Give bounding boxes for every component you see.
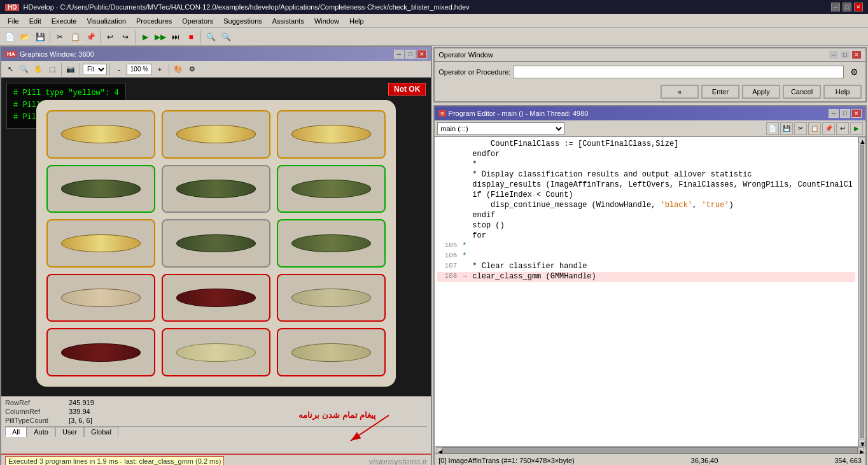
open-button[interactable]: 📂 [18, 30, 32, 44]
code-line-107: 107 * Clear classifier handle [437, 262, 855, 272]
rowref-value: 245.919 [69, 399, 94, 406]
pill-cell-5-2 [162, 328, 270, 376]
ow-maximize-button[interactable]: □ [840, 50, 850, 59]
horizontal-scroll-thumb[interactable] [442, 447, 858, 454]
undo-button[interactable]: ↩ [103, 30, 117, 44]
ow-back-button[interactable]: « [661, 85, 699, 99]
pe-save-button[interactable]: 💾 [780, 122, 793, 135]
pe-run-button[interactable]: ▶ [850, 122, 863, 135]
menu-visualization[interactable]: Visualization [81, 16, 131, 26]
status-panel: RowRef 245.919 ColumnRef 339.94 PillType… [1, 396, 431, 454]
ow-title-controls: ─ □ ✕ [829, 50, 862, 59]
ow-search-input[interactable] [513, 66, 844, 78]
code-text-9: stop () [472, 221, 504, 231]
redo-button[interactable]: ↪ [118, 30, 132, 44]
line-num-2 [440, 150, 462, 160]
tab-all[interactable]: All [5, 427, 27, 437]
pe-content: CountFinalClass := [CountFinalClass,Size… [435, 137, 865, 446]
gw-minimize-button[interactable]: ─ [394, 50, 404, 59]
scroll-up-button[interactable]: ▲ [858, 137, 865, 143]
line-num-10 [440, 231, 462, 241]
ow-enter-button[interactable]: Enter [701, 85, 739, 99]
ow-close-button[interactable]: ✕ [851, 50, 862, 59]
maximize-button[interactable]: □ [843, 3, 851, 11]
tab-auto[interactable]: Auto [27, 427, 55, 437]
run-all-button[interactable]: ▶▶ [153, 30, 167, 44]
menu-execute[interactable]: Execute [46, 16, 82, 26]
line-arrow-8 [462, 211, 472, 221]
line-num-9 [440, 221, 462, 231]
code-line-9: stop () [437, 221, 855, 231]
menu-edit[interactable]: Edit [24, 16, 46, 26]
pe-maximize-button[interactable]: □ [840, 109, 850, 118]
run-button[interactable]: ▶ [138, 30, 152, 44]
gw-move-button[interactable]: ✋ [32, 63, 45, 76]
ow-help-button[interactable]: Help [823, 85, 862, 99]
gw-maximize-button[interactable]: □ [405, 50, 416, 59]
pe-thread-select[interactable]: main (:::) [437, 122, 564, 135]
gw-zoom-rect-button[interactable]: ⬚ [46, 63, 59, 76]
menu-suggestions[interactable]: Suggestions [218, 16, 267, 26]
annotation-arrow [344, 412, 395, 444]
gw-screenshot-button[interactable]: 📷 [64, 63, 77, 76]
scroll-down-button[interactable]: ▼ [858, 440, 865, 446]
tab-global[interactable]: Global [84, 427, 118, 437]
fit-select[interactable]: Fit [83, 64, 107, 75]
color-button[interactable]: 🎨 [172, 63, 185, 76]
line-num-3 [440, 160, 462, 170]
pe-cut-button[interactable]: ✂ [794, 122, 807, 135]
ow-settings-button[interactable]: ⚙ [846, 64, 862, 80]
new-button[interactable]: 📄 [3, 30, 17, 44]
scroll-thumb[interactable] [860, 145, 864, 438]
ow-minimize-button[interactable]: ─ [829, 50, 839, 59]
zoom-in-gw-button[interactable]: + [153, 63, 166, 76]
pe-new-button[interactable]: 📄 [766, 122, 779, 135]
close-button[interactable]: ✕ [854, 3, 863, 11]
gw-pointer-button[interactable]: ↖ [4, 63, 17, 76]
minimize-button[interactable]: ─ [831, 3, 840, 11]
toolbar-separator-4 [200, 31, 201, 43]
pill-cell-5-3 [277, 328, 386, 376]
line-num-106: 106 [440, 252, 462, 262]
zoom-in-button[interactable]: 🔍 [204, 30, 218, 44]
scroll-left-button[interactable]: ◄ [436, 447, 442, 454]
line-num-105: 105 [440, 241, 462, 252]
line-arrow-7 [462, 201, 472, 211]
code-text-108: clear_class_gmm (GMMHandle) [472, 272, 596, 282]
settings-gw-button[interactable]: ⚙ [186, 63, 199, 76]
ow-buttons-row: « Enter Apply Cancel Help [435, 82, 865, 101]
pe-paste-button[interactable]: 📌 [822, 122, 835, 135]
menu-help[interactable]: Help [344, 16, 369, 26]
colref-label: ColumnRef [5, 408, 56, 415]
menu-window[interactable]: Window [309, 16, 344, 26]
ow-apply-button[interactable]: Apply [742, 85, 780, 99]
zoom-input[interactable] [127, 64, 152, 75]
line-arrow-106: * [462, 252, 472, 262]
copy-button[interactable]: 📋 [68, 30, 82, 44]
gw-close-button[interactable]: ✕ [417, 50, 427, 59]
pe-close-button[interactable]: ✕ [851, 109, 862, 118]
pe-copy-button[interactable]: 📋 [808, 122, 821, 135]
tab-user[interactable]: User [55, 427, 84, 437]
save-button[interactable]: 💾 [33, 30, 47, 44]
scroll-right-button[interactable]: ► [858, 447, 864, 454]
menu-operators[interactable]: Operators [177, 16, 218, 26]
menu-file[interactable]: File [3, 16, 24, 26]
pill-cell-4-1 [46, 274, 155, 322]
pe-minimize-button[interactable]: ─ [829, 109, 839, 118]
code-scrollbar[interactable]: ▲ ▼ [858, 137, 865, 446]
gw-zoom-button[interactable]: 🔍 [18, 63, 31, 76]
ow-cancel-button[interactable]: Cancel [783, 85, 821, 99]
zoom-out-button[interactable]: 🔍 [219, 30, 233, 44]
zoom-out-gw-button[interactable]: - [113, 63, 125, 76]
menu-procedures[interactable]: Procedures [131, 16, 177, 26]
menu-assistants[interactable]: Assistants [267, 16, 309, 26]
pe-horizontal-scrollbar[interactable]: ◄ ► [435, 446, 865, 454]
cut-button[interactable]: ✂ [53, 30, 67, 44]
pe-undo-button[interactable]: ↩ [836, 122, 849, 135]
stop-button[interactable]: ■ [184, 30, 198, 44]
toolbar-separator-3 [135, 31, 136, 43]
step-button[interactable]: ⏭ [169, 30, 183, 44]
paste-button[interactable]: 📌 [83, 30, 97, 44]
code-area[interactable]: CountFinalClass := [CountFinalClass,Size… [435, 137, 858, 446]
